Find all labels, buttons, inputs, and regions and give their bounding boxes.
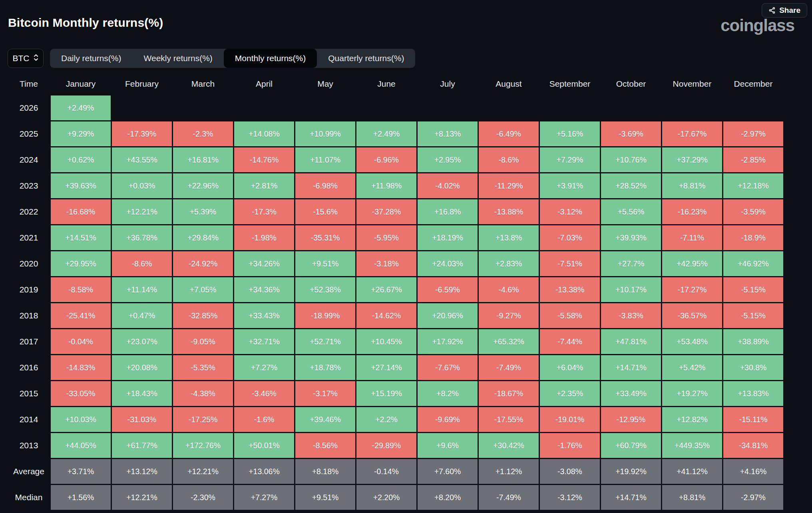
- return-cell: +1.56%: [51, 485, 111, 510]
- return-cell: +50.01%: [234, 433, 294, 458]
- return-cell: [356, 95, 416, 120]
- return-cell: -3.18%: [356, 251, 416, 276]
- return-cell: +5.56%: [601, 199, 661, 224]
- return-cell: -9.05%: [173, 329, 233, 354]
- page-title: Bitcoin Monthly returns(%): [8, 16, 163, 30]
- return-cell: [662, 95, 722, 120]
- return-cell: +46.92%: [723, 251, 783, 276]
- coinglass-monthly-returns-page: Share Bitcoin Monthly returns(%) coingla…: [0, 0, 812, 513]
- return-cell: -16.23%: [662, 199, 722, 224]
- return-cell: +0.03%: [112, 173, 172, 198]
- return-cell: +26.67%: [356, 277, 416, 302]
- return-cell: [723, 95, 783, 120]
- return-cell: -8.58%: [51, 277, 111, 302]
- return-cell: -5.15%: [723, 303, 783, 328]
- return-cell: -1.6%: [234, 407, 294, 432]
- column-header-december: December: [723, 74, 783, 94]
- return-cell: -37.28%: [356, 199, 416, 224]
- return-cell: -16.68%: [51, 199, 111, 224]
- column-header-july: July: [418, 74, 478, 94]
- return-cell: +32.71%: [234, 329, 294, 354]
- return-cell: -8.6%: [479, 147, 539, 172]
- return-cell: +36.78%: [112, 225, 172, 250]
- return-cell: +13.06%: [234, 459, 294, 484]
- return-cell: -11.29%: [479, 173, 539, 198]
- return-cell: -14.83%: [51, 355, 111, 380]
- return-cell: -35.31%: [295, 225, 355, 250]
- return-cell: +20.08%: [112, 355, 172, 380]
- return-cell: +44.05%: [51, 433, 111, 458]
- return-cell: +8.18%: [295, 459, 355, 484]
- tab-weekly-returns[interactable]: Weekly returns(%): [133, 49, 224, 68]
- return-cell: +5.16%: [540, 121, 600, 146]
- return-cell: -13.88%: [479, 199, 539, 224]
- return-cell: +3.91%: [540, 173, 600, 198]
- return-cell: [234, 95, 294, 120]
- return-cell: +39.93%: [601, 225, 661, 250]
- return-cell: +0.47%: [112, 303, 172, 328]
- column-header-february: February: [112, 74, 172, 94]
- return-cell: +17.92%: [418, 329, 478, 354]
- return-cell: +60.79%: [601, 433, 661, 458]
- return-cell: -18.9%: [723, 225, 783, 250]
- return-cell: [540, 95, 600, 120]
- row-label-2019: 2019: [8, 277, 50, 302]
- return-cell: -9.27%: [479, 303, 539, 328]
- column-header-november: November: [662, 74, 722, 94]
- return-cell: +14.08%: [234, 121, 294, 146]
- return-cell: +12.21%: [173, 459, 233, 484]
- return-cell: +24.03%: [418, 251, 478, 276]
- return-cell: [112, 95, 172, 120]
- return-cell: -33.05%: [51, 381, 111, 406]
- return-cell: -17.25%: [173, 407, 233, 432]
- return-cell: -8.56%: [295, 433, 355, 458]
- return-cell: +2.95%: [418, 147, 478, 172]
- tab-monthly-returns[interactable]: Monthly returns(%): [224, 49, 317, 68]
- return-cell: -14.76%: [234, 147, 294, 172]
- share-icon: [768, 7, 776, 14]
- return-cell: +19.92%: [601, 459, 661, 484]
- returns-table: TimeJanuaryFebruaryMarchAprilMayJuneJuly…: [8, 74, 783, 510]
- return-cell: +6.04%: [540, 355, 600, 380]
- return-cell: +172.76%: [173, 433, 233, 458]
- return-cell: +10.99%: [295, 121, 355, 146]
- coinglass-logo: coinglass: [720, 16, 794, 35]
- symbol-select[interactable]: BTC: [8, 49, 44, 68]
- return-cell: -1.76%: [540, 433, 600, 458]
- return-cell: +8.81%: [662, 173, 722, 198]
- return-cell: -14.62%: [356, 303, 416, 328]
- column-header-may: May: [295, 74, 355, 94]
- return-cell: -29.89%: [356, 433, 416, 458]
- return-cell: -3.59%: [723, 199, 783, 224]
- row-label-2021: 2021: [8, 225, 50, 250]
- return-cell: +27.7%: [601, 251, 661, 276]
- return-cell: [479, 95, 539, 120]
- column-header-june: June: [356, 74, 416, 94]
- tab-quarterly-returns[interactable]: Quarterly returns(%): [317, 49, 415, 68]
- return-cell: +20.96%: [418, 303, 478, 328]
- row-label-2020: 2020: [8, 251, 50, 276]
- return-cell: -7.49%: [479, 355, 539, 380]
- return-cell: +12.21%: [112, 199, 172, 224]
- return-cell: +7.05%: [173, 277, 233, 302]
- return-cell: +18.78%: [295, 355, 355, 380]
- return-cell: +11.14%: [112, 277, 172, 302]
- share-button[interactable]: Share: [762, 3, 807, 18]
- return-cell: +23.07%: [112, 329, 172, 354]
- return-cell: -15.11%: [723, 407, 783, 432]
- return-cell: -3.08%: [540, 459, 600, 484]
- return-cell: +8.13%: [418, 121, 478, 146]
- return-cell: +33.49%: [601, 381, 661, 406]
- tab-daily-returns[interactable]: Daily returns(%): [50, 49, 133, 68]
- return-cell: +16.8%: [418, 199, 478, 224]
- column-header-april: April: [234, 74, 294, 94]
- return-cell: -6.98%: [295, 173, 355, 198]
- return-cell: +9.6%: [418, 433, 478, 458]
- return-cell: -19.01%: [540, 407, 600, 432]
- return-cell: -4.6%: [479, 277, 539, 302]
- return-cell: -2.85%: [723, 147, 783, 172]
- return-cell: [173, 95, 233, 120]
- return-cell: [295, 95, 355, 120]
- return-cell: -18.67%: [479, 381, 539, 406]
- return-cell: +8.81%: [662, 485, 722, 510]
